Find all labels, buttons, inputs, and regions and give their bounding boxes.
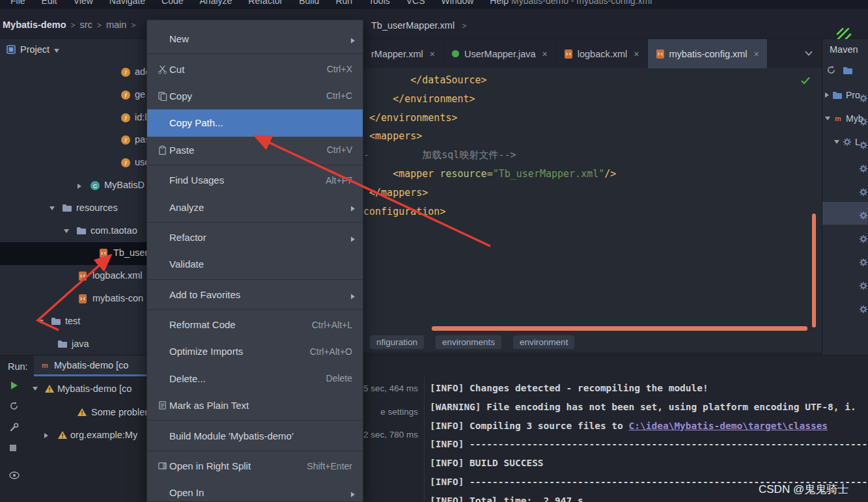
close-icon[interactable]: × [542,49,548,59]
watermark: CSDN @鬼鬼骑士 [759,482,848,497]
maven-goal-icon[interactable] [859,164,868,173]
menu-tools[interactable]: Tools [369,0,390,6]
maven-icon: m [833,114,843,123]
file-breadcrumb[interactable]: Tb_userMapper.xml > [371,20,471,31]
tab-mybatis-config-xml[interactable]: mybatis-config.xml× [648,39,768,68]
class-green-icon [451,49,460,58]
context-menu-item-paste[interactable]: PasteCtrl+V [147,137,363,163]
maven-node-myb[interactable]: mMyb [825,113,863,124]
tab-label: rMapper.xml [371,49,423,59]
menu-refactor[interactable]: Refactor [248,0,283,6]
console-line: [INFO] ---------------------------------… [430,435,868,454]
chevron-right-icon[interactable] [825,92,829,98]
editor-breadcrumbs: nfigurationenvironmentsenvironment [363,332,822,352]
menu-navigate[interactable]: Navigate [109,0,145,6]
maven-goal-icon[interactable] [859,94,868,103]
tab-usermapper-java[interactable]: UserMapper.java× [443,39,556,68]
console[interactable]: [INFO] Changes detected - recompiling th… [0,356,868,502]
menu-window[interactable]: Window [441,0,474,6]
context-menu-item-new[interactable]: New [147,25,363,52]
breadcrumb-chip-environment[interactable]: environment [513,335,574,349]
maven-node-pro[interactable]: Pro [825,90,860,100]
context-menu-item-refactor[interactable]: Refactor [147,224,363,251]
context-menu-item-delete[interactable]: Delete...Delete [147,365,363,392]
context-menu-item-mark-as-plain-text[interactable]: Mark as Plain Text [147,392,363,419]
close-icon[interactable]: × [754,49,759,59]
context-menu-item-reformat-code[interactable]: Reformat CodeCtrl+Alt+L [147,311,363,338]
menu-help[interactable]: Help [490,0,509,6]
breadcrumb-item-main[interactable]: main [106,20,126,30]
breadcrumb-chip-environments[interactable]: environments [436,335,501,349]
maven-goal-icon[interactable] [859,234,868,244]
context-menu-item-copy[interactable]: CopyCtrl+C [147,83,363,109]
xml-icon [78,294,87,304]
context-menu-item-label: Copy [169,91,192,102]
chevron-down-icon[interactable] [834,140,839,144]
context-menu-item-build-module-mybatis-demo[interactable]: Build Module 'Mybatis-demo' [147,422,363,449]
maven-goal-icon[interactable] [859,211,868,220]
maven-goal-icon[interactable] [859,117,868,126]
copy-icon [155,91,169,101]
project-panel-header[interactable]: Project [7,44,59,55]
inspection-ok-icon [801,77,810,85]
code-segment: </environments> [369,112,457,124]
scrollbar-highlight-vertical[interactable] [812,214,816,328]
menu-view[interactable]: View [74,0,93,6]
context-menu-item-optimize-imports[interactable]: Optimize ImportsCtrl+Alt+O [147,338,363,365]
console-link[interactable]: C:\idea\Mybatis-demo\target\classes [629,421,828,431]
chevron-right-icon: > [462,21,466,31]
close-icon[interactable]: × [430,49,435,59]
maven-goal-icon[interactable] [859,141,868,150]
menu-file[interactable]: File [10,0,25,6]
context-menu-item-open-in-right-split[interactable]: Open in Right SplitShift+Enter [147,453,363,479]
menu-run[interactable]: Run [335,0,352,6]
context-menu-item-find-usages[interactable]: Find UsagesAlt+F7 [147,167,363,193]
menu-build[interactable]: Build [299,0,319,6]
ide-window: FileEditViewNavigateCodeAnalyzeRefactorB… [0,0,868,502]
tabs-dropdown-icon[interactable] [805,51,813,56]
context-menu-item-copy-path[interactable]: Copy Path... [147,109,363,136]
code-segment [363,168,393,180]
context-menu-item-cut[interactable]: CutCtrl+X [147,55,363,82]
chevron-down-icon[interactable] [38,320,44,324]
console-text: [INFO] Compiling 3 source files to [430,421,629,431]
maven-goal-icon[interactable] [859,305,868,314]
refresh-icon[interactable] [826,65,836,75]
code-segment: - [363,149,369,161]
folder-blue-icon[interactable] [843,65,853,75]
code-area[interactable]: </dataSource> </environment> </environme… [363,68,822,332]
maven-goal-icon[interactable] [859,188,868,197]
chevron-down-icon[interactable] [49,206,55,210]
chevron-down-icon[interactable] [825,117,830,120]
chevron-down-icon[interactable] [64,229,69,233]
context-menu-item-label: New [169,33,189,44]
context-menu-item-label: Paste [169,145,194,156]
maven-goal-icon[interactable] [859,281,868,290]
menu-shortcut: Ctrl+Alt+O [310,346,352,357]
maven-goal-icon[interactable] [859,258,868,267]
breadcrumb-item-src[interactable]: src [80,20,92,30]
context-menu-item-add-to-favorites[interactable]: Add to Favorites [147,281,363,308]
context-menu-item-label: Find Usages [169,174,224,186]
context-menu-item-analyze[interactable]: Analyze [147,193,363,220]
menubar: FileEditViewNavigateCodeAnalyzeRefactorB… [0,0,868,9]
menu-code[interactable]: Code [161,0,183,6]
tab-logback-xml[interactable]: logback.xml× [556,39,648,68]
close-icon[interactable]: × [634,49,639,59]
chevron-right-icon: > [131,21,135,30]
menu-vcs[interactable]: VCS [406,0,425,6]
breadcrumb-item-mybatis-demo[interactable]: Mybatis-demo [3,20,66,30]
menu-analyze[interactable]: Analyze [200,0,232,6]
context-menu-item-validate[interactable]: Validate [147,251,363,277]
maven-node-label: Pro [846,90,860,100]
menu-shortcut: Ctrl+X [327,64,352,74]
code-segment: /> [604,168,616,180]
chevron-right-icon[interactable] [77,184,81,189]
chevron-down-icon [54,49,59,53]
tab-rmapper-xml[interactable]: rMapper.xml× [363,39,443,68]
scrollbar-highlight-horizontal[interactable] [432,326,807,331]
menu-edit[interactable]: Edit [42,0,57,6]
breadcrumb-chip-nfiguration[interactable]: nfiguration [370,335,424,349]
maven-node-l[interactable]: L [834,137,860,147]
context-menu-item-open-in[interactable]: Open In [147,479,363,502]
